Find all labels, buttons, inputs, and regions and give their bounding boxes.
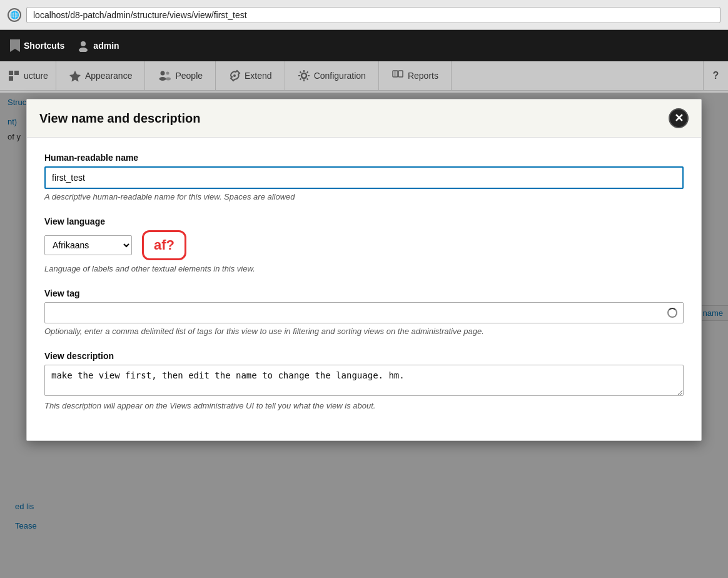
svg-rect-3 [14,71,19,75]
shortcuts-button[interactable]: Shortcuts [10,39,64,52]
structure-icon [8,69,20,82]
nav-structure-label: ucture [24,71,48,81]
view-tag-input[interactable] [44,302,684,323]
nav-configuration-label: Configuration [314,71,366,81]
svg-point-8 [166,78,171,81]
nav-people-label: People [175,71,203,81]
human-name-input[interactable] [44,166,684,189]
globe-icon: 🌐 [8,8,21,22]
modal-close-button[interactable]: ✕ [669,108,689,128]
language-row: Afrikaans English French German Spanish … [44,230,684,260]
svg-rect-4 [9,76,13,81]
view-description-textarea[interactable]: make the view first, then edit the name … [44,365,684,396]
url-bar[interactable]: localhost/d8-patch/admin/structure/views… [26,7,720,23]
modal-body: Human-readable name A descriptive human-… [27,138,701,440]
human-name-label: Human-readable name [44,153,684,163]
close-icon: ✕ [674,111,684,125]
admin-toolbar: Shortcuts admin [0,30,728,61]
nav-item-reports[interactable]: Reports [379,61,452,90]
person-icon [77,39,89,52]
human-name-group: Human-readable name A descriptive human-… [44,153,684,201]
svg-point-5 [161,71,165,76]
human-name-description: A descriptive human-readable name for th… [44,192,684,201]
people-icon [158,69,171,82]
configuration-icon [298,69,310,82]
view-language-label: View language [44,216,684,226]
language-tooltip: af? [142,230,186,260]
reports-icon [392,69,404,82]
svg-rect-13 [398,71,403,77]
nav-appearance-label: Appearance [85,71,133,81]
modal-header: View name and description ✕ [27,99,701,138]
view-tag-description: Optionally, enter a comma delimited list… [44,327,684,336]
nav-item-extend[interactable]: Extend [216,61,285,90]
view-description-help: This description will appear on the View… [44,401,684,410]
nav-item-configuration[interactable]: Configuration [285,61,379,90]
nav-item-appearance[interactable]: Appearance [56,61,146,90]
spinner-icon [667,308,677,318]
svg-point-9 [233,74,236,77]
nav-item-structure[interactable]: ucture [0,61,56,90]
view-tag-input-wrapper [44,302,684,323]
svg-point-10 [301,73,306,78]
nav-extend-label: Extend [245,71,272,81]
admin-label: admin [93,41,119,51]
svg-point-7 [166,72,169,75]
appearance-icon [69,69,81,82]
modal-dialog: View name and description ✕ Human-readab… [26,99,702,441]
view-description-label: View description [44,351,684,361]
nav-bar: ucture Appearance People Extend Configur… [0,61,728,91]
shortcuts-label: Shortcuts [24,41,64,51]
nav-item-people[interactable]: People [145,61,216,90]
help-button[interactable]: ? [703,61,728,90]
svg-rect-2 [9,71,13,75]
extend-icon [228,69,241,82]
svg-point-6 [159,77,166,81]
modal-overlay: View name and description ✕ Human-readab… [0,93,728,578]
nav-reports-label: Reports [408,71,438,81]
help-label: ? [713,70,719,81]
svg-point-1 [79,48,88,52]
view-description-group: View description make the view first, th… [44,351,684,410]
modal-title: View name and description [39,111,200,126]
language-select[interactable]: Afrikaans English French German Spanish [44,235,132,255]
view-language-description: Language of labels and other textual ele… [44,264,684,273]
bookmark-icon [10,39,20,52]
svg-rect-12 [394,71,397,76]
view-tag-label: View tag [44,288,684,298]
browser-bar: 🌐 localhost/d8-patch/admin/structure/vie… [0,0,728,30]
admin-button[interactable]: admin [77,39,119,52]
view-language-group: View language Afrikaans English French G… [44,216,684,273]
view-tag-group: View tag Optionally, enter a comma delim… [44,288,684,336]
af-tooltip-bubble: af? [142,230,186,260]
svg-point-0 [81,41,86,46]
